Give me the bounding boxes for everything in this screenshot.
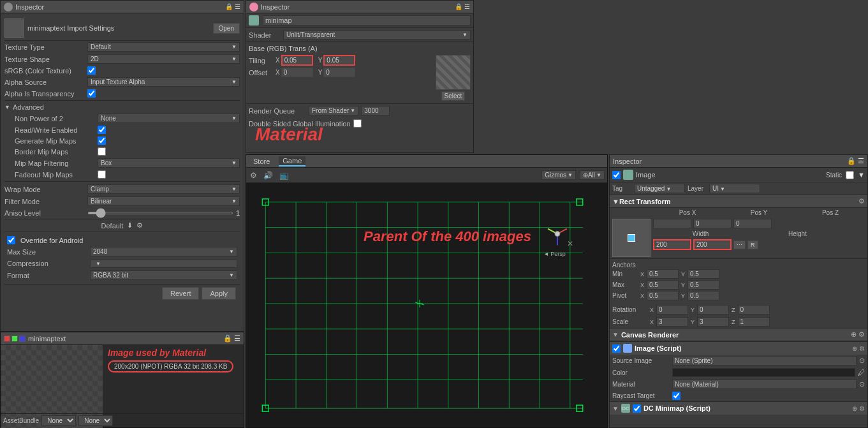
aniso-number: 1 <box>236 209 240 217</box>
read-write-checkbox[interactable] <box>98 126 106 134</box>
scale-z[interactable]: 1 <box>738 317 770 327</box>
image-script-checkbox[interactable] <box>612 344 621 353</box>
compression-dropdown[interactable] <box>90 260 237 268</box>
rot-z[interactable]: 0 <box>738 305 770 314</box>
menu-icon[interactable]: ☰ <box>235 3 240 10</box>
component-active-checkbox[interactable] <box>612 171 621 179</box>
pivot-y[interactable]: 0.5 <box>688 291 719 300</box>
mip-filter-dropdown[interactable]: Box <box>98 158 240 168</box>
dc-minimap-icons[interactable]: ⊕ ⚙ <box>852 405 865 412</box>
offset-x-input[interactable]: 0 <box>281 68 313 77</box>
rq-num-input[interactable]: 3000 <box>361 106 390 115</box>
advanced-section[interactable]: ▼ Advanced <box>4 102 240 112</box>
inspector-right-panel: Inspector 🔒 ☰ Image Static ▼ Tag Untagge… <box>609 154 868 428</box>
store-tab[interactable]: Store <box>249 157 274 166</box>
dc-minimap-checkbox[interactable] <box>633 404 641 413</box>
fadeout-checkbox[interactable] <box>98 170 106 179</box>
color-field[interactable] <box>672 368 855 377</box>
material-menu-icon[interactable]: ☰ <box>464 3 470 10</box>
rq-dropdown[interactable]: From Shader <box>309 106 358 115</box>
gen-mip-checkbox[interactable] <box>98 137 106 145</box>
material-name-input[interactable]: minimap <box>263 15 471 26</box>
green-swatch[interactable] <box>11 336 18 342</box>
source-image-picker[interactable]: ⊙ <box>859 357 865 365</box>
image-script-icons[interactable]: ⊕ ⚙ <box>852 345 865 352</box>
pivot-x[interactable]: 0.5 <box>647 291 679 300</box>
static-checkbox[interactable] <box>846 171 854 179</box>
tiling-y-input[interactable]: 0.05 <box>323 55 355 66</box>
asset-bundle-dropdown-2[interactable]: None <box>78 415 113 426</box>
raycast-checkbox[interactable] <box>672 392 680 400</box>
alpha-transparency-checkbox[interactable] <box>87 89 96 98</box>
static-dropdown-icon[interactable]: ▼ <box>858 171 865 179</box>
tiling-x-input[interactable]: 0.05 <box>281 55 313 66</box>
pos-y-input[interactable]: 0 <box>693 219 732 228</box>
scale-x[interactable]: 3 <box>656 317 688 327</box>
format-dropdown[interactable]: RGBA 32 bit <box>90 270 237 280</box>
thumb-menu-icon[interactable]: ☰ <box>234 334 240 343</box>
dsgi-checkbox[interactable] <box>353 119 362 128</box>
toolbar-audio-btn[interactable]: 🔊 <box>262 171 274 180</box>
apply-button[interactable]: Apply <box>202 287 236 300</box>
anchor-min-y[interactable]: 0.5 <box>688 269 719 279</box>
anchor-min-x[interactable]: 0.5 <box>647 269 679 279</box>
minimap-thumb-header: minimaptext 🔒 ☰ <box>1 332 244 345</box>
anchor-max-x[interactable]: 0.5 <box>647 280 679 290</box>
thumb-lock-icon[interactable]: 🔒 <box>223 334 232 343</box>
texture-shape-dropdown[interactable]: 2D <box>87 54 240 64</box>
canvas-renderer-header[interactable]: ▼ Canvas Renderer ⊕ ⚙ <box>610 328 867 341</box>
wrap-mode-dropdown[interactable]: Clamp <box>87 184 240 194</box>
pos-x-input[interactable] <box>653 219 691 228</box>
rect-transform-header[interactable]: ▼ Rect Transform ⚙ <box>610 195 867 208</box>
blue-swatch[interactable] <box>19 336 26 342</box>
aniso-slider[interactable] <box>87 212 233 214</box>
max-size-dropdown[interactable]: 2048 <box>90 247 237 256</box>
red-swatch[interactable] <box>4 336 10 342</box>
override-android-checkbox[interactable] <box>7 236 15 244</box>
shader-dropdown[interactable]: Unlit/Transparent <box>283 30 471 40</box>
layer-dropdown[interactable]: UI <box>709 184 760 193</box>
override-android-row: Override for Android <box>7 235 237 246</box>
width-input[interactable]: 200 <box>653 239 691 250</box>
toolbar-screen-btn[interactable]: 📺 <box>278 171 290 180</box>
material-picker-icon[interactable]: ⊙ <box>859 380 865 388</box>
material-lock-icon[interactable]: 🔒 <box>455 3 462 10</box>
open-button[interactable]: Open <box>213 23 240 34</box>
settings-icon[interactable]: ⚙ <box>136 221 143 230</box>
ir-menu-icon[interactable]: ☰ <box>858 157 864 165</box>
ir-lock-icon[interactable]: 🔒 <box>847 157 856 165</box>
alpha-source-dropdown[interactable]: Input Texture Alpha <box>87 77 240 87</box>
canvas-renderer-icons[interactable]: ⊕ ⚙ <box>851 330 865 339</box>
download-icon[interactable]: ⬇ <box>127 221 133 230</box>
asset-bundle-dropdown-1[interactable]: None <box>41 415 76 426</box>
anchors-title[interactable]: Anchors <box>612 261 865 269</box>
rot-x[interactable]: 0 <box>656 305 688 314</box>
select-button[interactable]: Select <box>441 91 466 101</box>
rect-center-marker <box>628 234 635 242</box>
anchor-max-y[interactable]: 0.5 <box>688 280 719 290</box>
tag-dropdown[interactable]: Untagged <box>634 184 685 193</box>
border-mip-checkbox[interactable] <box>98 147 106 156</box>
tiling-y-label: Y <box>318 57 323 64</box>
srgb-checkbox[interactable] <box>87 66 96 75</box>
thumb-meta: 200x200 (NPOT) RGBA 32 bit 208.3 KB <box>108 360 239 373</box>
rect-transform-gear[interactable]: ⚙ <box>858 197 865 205</box>
gizmos-dropdown[interactable]: Gizmos <box>541 170 576 180</box>
revert-button[interactable]: Revert <box>162 287 199 300</box>
offset-y-input[interactable]: 0 <box>323 68 355 77</box>
inspector-left-icons: 🔒 ☰ <box>225 3 240 10</box>
scale-y[interactable]: 3 <box>697 317 729 327</box>
reset-btn[interactable]: R <box>747 240 758 249</box>
game-tab[interactable]: Game <box>279 156 305 166</box>
toolbar-settings-btn[interactable]: ⚙ <box>249 171 258 180</box>
lock-icon[interactable]: 🔒 <box>225 3 233 10</box>
rot-y[interactable]: 0 <box>697 305 729 314</box>
pos-z-input[interactable]: 0 <box>733 219 772 228</box>
all-dropdown[interactable]: ⊕All <box>580 170 605 180</box>
non-power-dropdown[interactable]: None <box>98 114 240 123</box>
color-picker-icon[interactable]: 🖊 <box>858 369 865 376</box>
r-btn[interactable]: ⋯ <box>733 240 746 249</box>
texture-type-dropdown[interactable]: Default <box>87 42 240 52</box>
height-input[interactable]: 200 <box>693 239 732 250</box>
filter-mode-dropdown[interactable]: Bilinear <box>87 196 240 206</box>
